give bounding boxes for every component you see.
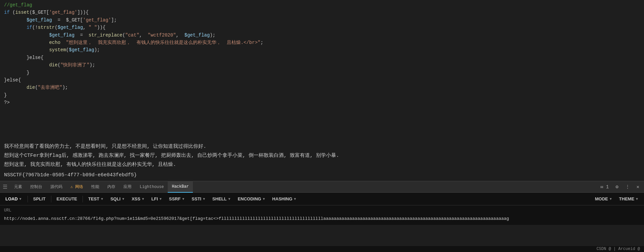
sep-2 [51,196,51,202]
lfi-label: LFI [151,196,158,201]
sqli-arrow: ▼ [121,197,125,201]
mode-label: MODE [595,196,608,201]
hackbar-execute-button[interactable]: EXECUTE [54,195,80,203]
hackbar-test-button[interactable]: TEST ▼ [86,195,106,203]
prose-line-2: 想到这个CTFer拿到flag后, 感激涕零, 跑去东澜岸, 找一家餐厅, 把厨… [4,151,640,160]
hackbar-encoding-button[interactable]: ENCODING ▼ [235,195,268,203]
sep-3 [83,196,83,202]
flag-value: NSSCTF{7967b1de-0505-4f77-b09d-e6e043feb… [4,171,640,180]
ssti-label: SSTI [192,196,201,201]
ssrf-arrow: ▼ [181,197,185,201]
hackbar-load-button[interactable]: LOAD ▼ [3,195,25,203]
lfi-arrow: ▼ [159,197,162,201]
load-arrow: ▼ [19,197,22,201]
sep-1 [28,196,28,202]
tab-network[interactable]: ⚠ 网络 [66,181,87,193]
tab-application[interactable]: 应用 [119,181,136,193]
hashing-label: HASHING [272,196,292,201]
hackbar-theme-button[interactable]: THEME ▼ [616,195,641,203]
tab-console[interactable]: 控制台 [26,181,46,193]
hackbar-shell-button[interactable]: SHELL ▼ [210,195,234,203]
sqli-label: SQLI [110,196,120,201]
shell-arrow: ▼ [228,197,231,201]
tab-performance[interactable]: 性能 [87,181,103,193]
prose-text: 我不经意间看了看我的劳力士, 不是想看时间, 只是想不经意间, 让你知道我过得比… [0,141,644,181]
url-label: URL [4,208,640,213]
tab-sources[interactable]: 源代码 [46,181,66,193]
more-icon[interactable]: ⋮ [623,183,632,190]
hackbar-ssti-button[interactable]: SSTI ▼ [189,195,208,203]
encoding-label: ENCODING [238,196,261,201]
ssti-arrow: ▼ [202,197,206,201]
tab-hackbar[interactable]: HackBar [168,181,193,193]
url-section: URL http://node1.anna.nssctf.cn:28766/fl… [0,205,644,225]
ssrf-label: SSRF [169,196,181,201]
mode-arrow: ▼ [609,197,612,201]
hackbar-toolbar: LOAD ▼ SPLIT EXECUTE TEST ▼ SQLI ▼ XSS ▼… [0,193,644,205]
prose-line-3: 想到这里, 我充实而欣慰, 有钱人的快乐往往就是这么的朴实无华, 且枯燥. [4,160,640,169]
tab-lighthouse[interactable]: Lighthouse [136,181,168,193]
hackbar-lfi-button[interactable]: LFI ▼ [149,195,165,203]
theme-arrow: ▼ [635,197,639,201]
theme-label: THEME [619,196,635,201]
prose-line-1: 我不经意间看了看我的劳力士, 不是想看时间, 只是想不经意间, 让你知道我过得比… [4,142,640,151]
hackbar-mode-button[interactable]: MODE ▼ [592,195,615,203]
hackbar-hashing-button[interactable]: HASHING ▼ [270,195,300,203]
hashing-arrow: ▼ [293,197,297,201]
test-arrow: ▼ [100,197,104,201]
settings-icon[interactable]: ⚙ [613,183,620,190]
url-content[interactable]: http://node1.anna.nssctf.cn:28766/fl4g.p… [4,214,640,224]
close-icon[interactable]: ✕ [635,183,641,190]
load-label: LOAD [5,196,18,201]
encoding-arrow: ▼ [262,197,266,201]
xss-label: XSS [131,196,140,201]
devtools-tab-bar: ☰ 元素 控制台 源代码 ⚠ 网络 性能 内存 应用 Lighthouse Ha… [0,181,644,193]
test-label: TEST [88,196,99,201]
badge-icon[interactable]: ✉ 1 [598,183,611,190]
devtools-icon-left[interactable]: ☰ [0,181,10,193]
shell-label: SHELL [212,196,227,201]
hackbar-ssrf-button[interactable]: SSRF ▼ [166,195,188,203]
tab-memory[interactable]: 内存 [103,181,119,193]
hackbar-xss-button[interactable]: XSS ▼ [129,195,147,203]
hackbar-sqli-button[interactable]: SQLI ▼ [108,195,127,203]
tab-elements[interactable]: 元素 [10,181,26,193]
xss-arrow: ▼ [141,197,145,201]
hackbar-split-button[interactable]: SPLIT [31,195,48,203]
